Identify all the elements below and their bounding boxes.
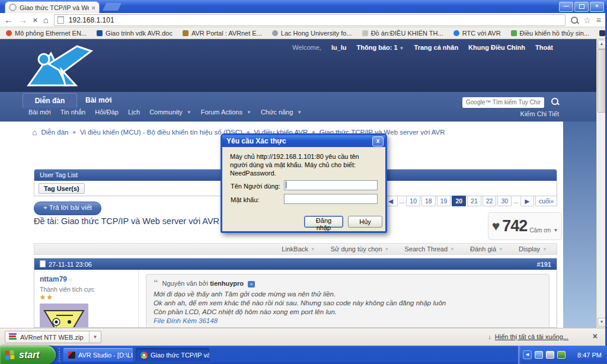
menu-item-community[interactable]: Community▼ bbox=[149, 108, 191, 116]
page-button[interactable]: 30 bbox=[497, 196, 512, 206]
bookmark-item[interactable]: Lac Hong University fo... bbox=[272, 30, 352, 37]
caret-down-icon: ▼ bbox=[450, 247, 455, 252]
logout-link[interactable]: Thoát bbox=[535, 44, 553, 51]
thread-options-menu[interactable]: Sử dụng tùy chọn▼ bbox=[331, 245, 389, 253]
show-all-downloads-link[interactable]: ↓ Hiển thị tất cả tải xuống... bbox=[488, 333, 568, 340]
tab-forum[interactable]: Diễn đàn bbox=[23, 93, 77, 108]
minimize-button[interactable]: — bbox=[559, 2, 573, 12]
page-button[interactable]: 10 bbox=[406, 196, 420, 206]
volume-tray-icon[interactable] bbox=[557, 351, 566, 359]
breadcrumb-item[interactable]: Diễn đàn bbox=[41, 129, 68, 136]
page-ellipsis: ... bbox=[399, 196, 405, 206]
restore-button[interactable] bbox=[574, 2, 589, 12]
reputation-stars-icon: ★★ bbox=[40, 293, 133, 301]
scrollbar-thumb[interactable] bbox=[598, 49, 605, 113]
password-field[interactable] bbox=[284, 194, 378, 204]
stop-icon[interactable]: × bbox=[33, 15, 38, 24]
menu-item-calendar[interactable]: Lịch bbox=[128, 108, 140, 116]
tag-users-button[interactable]: Tag User(s) bbox=[39, 183, 85, 194]
tray-chevron-icon[interactable]: ◀ bbox=[523, 350, 532, 359]
quoted-author[interactable]: tienhuypro bbox=[210, 280, 244, 287]
bookmark-item[interactable]: Giao trinh vdk AVR.doc bbox=[97, 30, 172, 37]
page-button[interactable]: 18 bbox=[421, 196, 436, 206]
rate-thread-menu[interactable]: Đánh giá▼ bbox=[470, 245, 503, 253]
post-author[interactable]: nttam79 bbox=[40, 275, 67, 283]
page-button[interactable]: 21 bbox=[467, 196, 481, 206]
forward-icon[interactable]: → bbox=[18, 15, 27, 24]
display-tray-icon[interactable] bbox=[535, 351, 543, 359]
quote-line: Còn phần LCD, ADC nhiệt độ hôm nào xong … bbox=[154, 308, 542, 317]
address-bar[interactable] bbox=[54, 14, 566, 26]
scroll-down-icon[interactable]: ▼ bbox=[598, 318, 605, 327]
url-input[interactable] bbox=[68, 15, 562, 25]
page-icon bbox=[57, 16, 64, 24]
search-thread-menu[interactable]: Search Thread▼ bbox=[405, 245, 455, 253]
cancel-button[interactable]: Hủy bbox=[348, 216, 382, 228]
scroll-up-icon[interactable]: ▲ bbox=[598, 40, 605, 49]
post-number[interactable]: #191 bbox=[537, 261, 551, 268]
browser-tab[interactable]: Giao thức TCP/IP và Web se × bbox=[5, 1, 100, 13]
taskbar-task-avr-studio[interactable]: AVR Studio - [D:\LUA... bbox=[63, 348, 133, 362]
task-label: Giao thức TCP/IP và ... bbox=[151, 352, 209, 359]
download-item[interactable]: AVRnet NTT WEB.zip ▼ bbox=[5, 331, 101, 343]
thanks-badge[interactable]: ♥ 742 Cảm ơn ▼ bbox=[488, 212, 562, 240]
bookmark-item[interactable]: Đồ án:ĐIỀU KHIỂN TH... bbox=[362, 30, 443, 37]
post-header: 27-11-11 23:06 #191 bbox=[34, 258, 557, 270]
username-field[interactable] bbox=[284, 180, 378, 190]
reply-button[interactable]: + Trả lời bài viết bbox=[34, 202, 101, 215]
tab-new-posts[interactable]: Bài mới bbox=[85, 93, 112, 107]
thread-toolbar: LinkBack▼ Sử dụng tùy chọn▼ Search Threa… bbox=[34, 243, 557, 255]
forum-header: Welcome, lu_lu Thông báo: 1▼ Trang cá nh… bbox=[0, 39, 596, 92]
taskbar-task-browser[interactable]: Giao thức TCP/IP và ... bbox=[136, 348, 209, 362]
page-last-button[interactable]: cuối» bbox=[535, 196, 557, 206]
attachment-link[interactable]: File Đính Kèm 36148 bbox=[154, 317, 218, 325]
auth-dialog: Yêu cầu Xác thực x Máy chủ http://192.16… bbox=[221, 133, 387, 233]
menu-hamburger-icon[interactable]: ≡ bbox=[596, 16, 601, 24]
search-icon[interactable] bbox=[551, 98, 558, 105]
page-button[interactable]: 19 bbox=[437, 196, 451, 206]
menu-item-functions[interactable]: Chức năng▼ bbox=[261, 108, 302, 116]
search-input[interactable] bbox=[462, 97, 544, 108]
new-tab-button[interactable] bbox=[103, 3, 122, 11]
password-label: Mật khẩu: bbox=[231, 196, 259, 203]
bookmark-item[interactable]: AVR Portal : AVRnet E... bbox=[183, 30, 262, 37]
menu-item-faq[interactable]: Hỏi/Đáp bbox=[95, 108, 119, 116]
display-menu[interactable]: Display▼ bbox=[519, 245, 547, 253]
linkback-menu[interactable]: LinkBack▼ bbox=[282, 245, 315, 253]
start-button[interactable]: start bbox=[0, 346, 56, 364]
quote-line: Mới đi dạo về thấy anh Tâm gởi code mừng… bbox=[154, 290, 542, 299]
menu-item-forum-actions[interactable]: Forum Actions▼ bbox=[201, 108, 251, 116]
bookmark-label: Lac Hong University fo... bbox=[281, 30, 352, 37]
home-icon[interactable]: ⌂ bbox=[32, 128, 37, 136]
profile-link[interactable]: Trang cá nhân bbox=[414, 44, 459, 51]
close-button[interactable]: × bbox=[590, 2, 604, 12]
bookmark-item[interactable]: Điều khiển hồ thủy sin... bbox=[511, 30, 589, 37]
dialog-message: Máy chủ http://192.168.1.101:80 yêu cầu … bbox=[222, 147, 385, 177]
home-icon[interactable]: ⌂ bbox=[43, 15, 49, 24]
avatar[interactable] bbox=[40, 304, 88, 328]
bookmark-item[interactable]: RTC với AVR bbox=[453, 30, 501, 37]
settings-link[interactable]: Khung Điều Chỉnh bbox=[468, 44, 525, 51]
logged-in-username[interactable]: lu_lu bbox=[331, 44, 347, 51]
network-tray-icon[interactable] bbox=[546, 351, 554, 359]
tab-close-icon[interactable]: × bbox=[92, 4, 95, 11]
download-caret-icon[interactable]: ▼ bbox=[89, 331, 101, 343]
breadcrumb-item[interactable]: Vi điều khiển (MCU) - Bộ điều khiển tín … bbox=[80, 129, 242, 136]
dialog-title: Yêu cầu Xác thực bbox=[226, 137, 286, 145]
shelf-close-icon[interactable]: × bbox=[593, 332, 598, 340]
view-post-icon[interactable]: » bbox=[248, 281, 255, 288]
zoom-search-icon[interactable] bbox=[571, 17, 578, 24]
bookmark-item[interactable]: Mô phỏng Ethernet EN... bbox=[6, 30, 87, 37]
login-button[interactable]: Đăng nhập bbox=[304, 216, 343, 228]
page-scrollbar[interactable]: ▲ ▼ bbox=[596, 39, 605, 328]
menu-item-messages[interactable]: Tin nhắn bbox=[60, 108, 85, 116]
bookmark-star-icon[interactable]: ☆ bbox=[583, 16, 591, 24]
page-next-button[interactable]: ▶ bbox=[520, 196, 534, 206]
window-controls: — × bbox=[559, 2, 604, 12]
notifications-link[interactable]: Thông báo: 1▼ bbox=[357, 44, 404, 51]
menu-item-new-posts[interactable]: Bài mới bbox=[28, 108, 51, 116]
dialog-close-icon[interactable]: x bbox=[372, 136, 384, 146]
back-icon[interactable]: ← bbox=[4, 15, 13, 24]
advanced-search-link[interactable]: Kiếm Chi Tiết bbox=[520, 110, 559, 117]
page-button[interactable]: 22 bbox=[483, 196, 497, 206]
